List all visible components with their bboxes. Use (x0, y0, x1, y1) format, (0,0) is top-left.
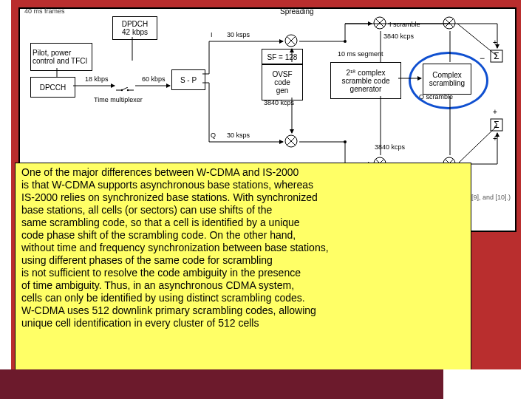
svg-text:Σ: Σ (494, 51, 499, 61)
i-scramble-label-top: I scramble (389, 21, 420, 29)
frames-label: 40 ms frames (24, 7, 65, 16)
mixer-i-icon (284, 34, 298, 47)
ovsf-label: OVSF code gen (272, 70, 292, 95)
spreading-label: Spreading (280, 7, 314, 16)
scramble-gen-box: 2¹⁸ complex scramble code generator (330, 62, 401, 99)
dpdch-rate: 42 kbps (122, 28, 149, 36)
plus3: + (493, 134, 497, 143)
ovsf-rate: 3840 kcps (264, 99, 294, 107)
dpdch-box: DPDCH 42 kbps (112, 16, 157, 40)
q-rate: 30 ksps (227, 132, 250, 140)
sp-box: S - P (171, 69, 205, 90)
q-label: Q (211, 132, 216, 140)
highlight-ellipse (409, 52, 488, 109)
sp-label: S - P (180, 76, 197, 84)
summer-top-icon: Σ (490, 50, 503, 63)
svg-text:Σ: Σ (494, 120, 499, 130)
summer-bot-icon: Σ (490, 118, 503, 132)
logo-placeholder (443, 369, 532, 399)
i-rate: 30 ksps (227, 31, 250, 39)
svg-point-3 (121, 89, 123, 91)
ovsf-box: OVSF code gen (262, 64, 303, 100)
svg-point-4 (127, 89, 129, 91)
plus1: + (493, 38, 497, 47)
out-rate-bot: 3840 kcps (375, 143, 405, 151)
plus2: + (493, 108, 497, 116)
segment-label: 10 ms segment (338, 50, 383, 58)
sf-label: SF = 128 (267, 53, 298, 61)
timemux-label: Time multiplexer (94, 96, 143, 104)
scr-mixer-i2-icon (443, 16, 456, 30)
dpcch-label: DPCCH (40, 83, 66, 92)
switch-icon (116, 83, 134, 89)
pilot-label: Pilot, power control and TFCI (33, 49, 87, 65)
i-label: I (211, 31, 213, 39)
note-text: One of the major differences between W-C… (21, 166, 329, 329)
svg-line-2 (122, 87, 128, 90)
dpdch-label: DPDCH (122, 20, 149, 28)
dpcch-box: DPCCH (30, 77, 75, 98)
note-box: One of the major differences between W-C… (15, 163, 471, 399)
sf-box: SF = 128 (262, 49, 303, 65)
svg-point-40 (344, 40, 347, 43)
mixer-q-icon (284, 134, 298, 148)
scr-mixer-i1-icon (373, 16, 386, 30)
dpcch-out-rate: 60 kbps (142, 75, 166, 83)
minus: − (480, 55, 485, 63)
pilot-box: Pilot, power control and TFCI (30, 43, 92, 71)
svg-point-41 (344, 140, 347, 143)
out-rate-top: 3840 kcps (383, 33, 414, 41)
dpcch-in-rate: 18 kbps (85, 75, 109, 83)
scramble-gen-label: 2¹⁸ complex scramble code generator (341, 69, 389, 93)
